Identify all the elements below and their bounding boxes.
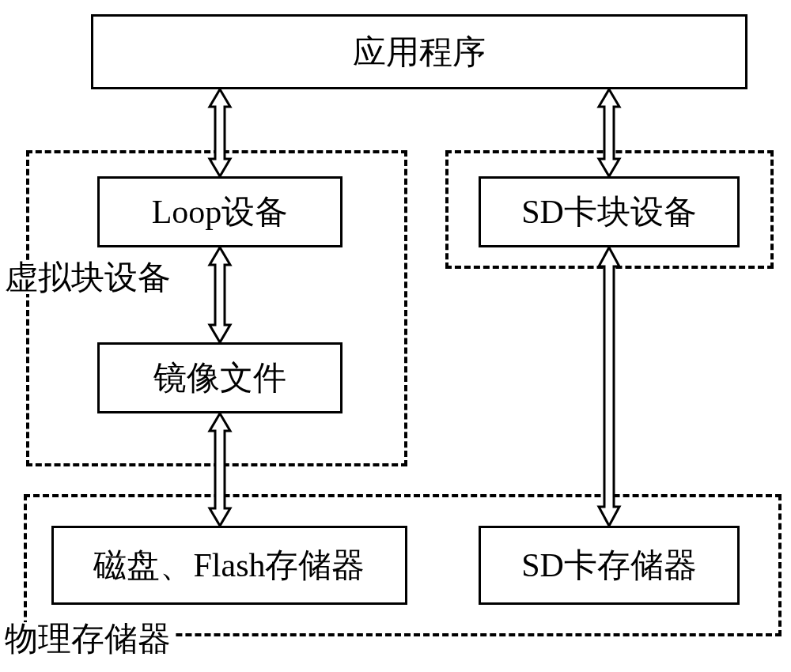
svg-marker-2 — [210, 247, 230, 342]
svg-marker-0 — [210, 89, 230, 176]
svg-marker-4 — [599, 247, 619, 526]
image-file-label: 镜像文件 — [153, 361, 286, 395]
loop-device-label: Loop设备 — [152, 195, 289, 228]
sd-block-device-box: SD卡块设备 — [479, 176, 740, 247]
svg-marker-1 — [599, 89, 619, 176]
disk-flash-label: 磁盘、Flash存储器 — [93, 549, 365, 582]
diagram-canvas: 应用程序 Loop设备 镜像文件 SD卡块设备 磁盘、Flash存储器 SD卡存… — [0, 0, 791, 672]
arrow-sdblock-sdstorage — [593, 247, 625, 526]
sd-storage-label: SD卡存储器 — [521, 549, 697, 582]
arrow-app-sdblock — [593, 89, 625, 176]
disk-flash-box: 磁盘、Flash存储器 — [51, 526, 407, 605]
application-box: 应用程序 — [91, 14, 747, 89]
arrow-app-loop — [204, 89, 236, 176]
svg-marker-3 — [210, 413, 230, 526]
sd-storage-box: SD卡存储器 — [479, 526, 740, 605]
virtual-group-label: 虚拟块设备 — [2, 261, 174, 294]
application-label: 应用程序 — [353, 36, 486, 69]
physical-group-label: 物理存储器 — [2, 622, 174, 655]
sd-block-device-label: SD卡块设备 — [521, 195, 697, 228]
arrow-loop-image — [204, 247, 236, 342]
arrow-image-disk — [204, 413, 236, 526]
loop-device-box: Loop设备 — [97, 176, 343, 247]
image-file-box: 镜像文件 — [97, 342, 343, 413]
